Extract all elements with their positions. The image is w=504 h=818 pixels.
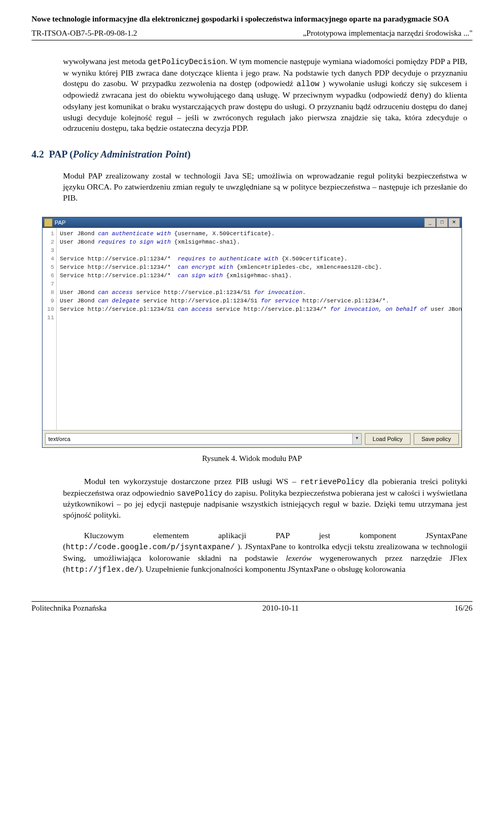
footer-left: Politechnika Poznańska — [32, 604, 107, 613]
paragraph-2: Moduł PAP zrealizowany został w technolo… — [63, 171, 467, 204]
pap-app-icon — [44, 218, 52, 227]
load-policy-button[interactable]: Load Policy — [365, 433, 411, 445]
maximize-button[interactable]: □ — [436, 218, 448, 227]
dropdown-arrow-icon: ▼ — [352, 434, 361, 444]
paragraph-3: Moduł ten wykorzystuje dostarczone przez… — [63, 476, 467, 521]
save-policy-button[interactable]: Save policy — [414, 433, 459, 445]
doc-id: TR-ITSOA-OB7-5-PR-09-08-1.2 — [32, 29, 137, 38]
page-footer: Politechnika Poznańska 2010-10-11 16/26 — [32, 601, 472, 613]
doc-subtitle-right: „Prototypowa implementacja narzędzi środ… — [303, 29, 472, 38]
section-heading: 4.2 PAP (Policy Administration Point) — [32, 149, 472, 160]
footer-right: 16/26 — [455, 604, 472, 613]
pap-window: PAP _ □ ✕ 1234567891011 User JBond can a… — [42, 217, 462, 448]
figure-caption: Rysunek 4. Widok modułu PAP — [32, 454, 472, 463]
pap-window-title: PAP — [55, 219, 66, 226]
policy-editor[interactable]: User JBond can authenticate with {userna… — [57, 228, 461, 430]
paragraph-1: wywoływana jest metoda getPolicyDecision… — [63, 56, 467, 134]
close-button[interactable]: ✕ — [448, 218, 460, 227]
pap-bottom-toolbar: text/orca ▼ Load Policy Save policy — [43, 430, 461, 447]
pap-titlebar: PAP _ □ ✕ — [43, 217, 461, 228]
paragraph-4: Kluczowym elementem aplikacji PAP jest k… — [63, 530, 467, 575]
doc-header-title: Nowe technologie informacyjne dla elektr… — [32, 15, 472, 24]
footer-center: 2010-10-11 — [262, 604, 299, 613]
syntax-select[interactable]: text/orca ▼ — [45, 433, 362, 445]
line-number-gutter: 1234567891011 — [43, 228, 57, 430]
minimize-button[interactable]: _ — [424, 218, 436, 227]
